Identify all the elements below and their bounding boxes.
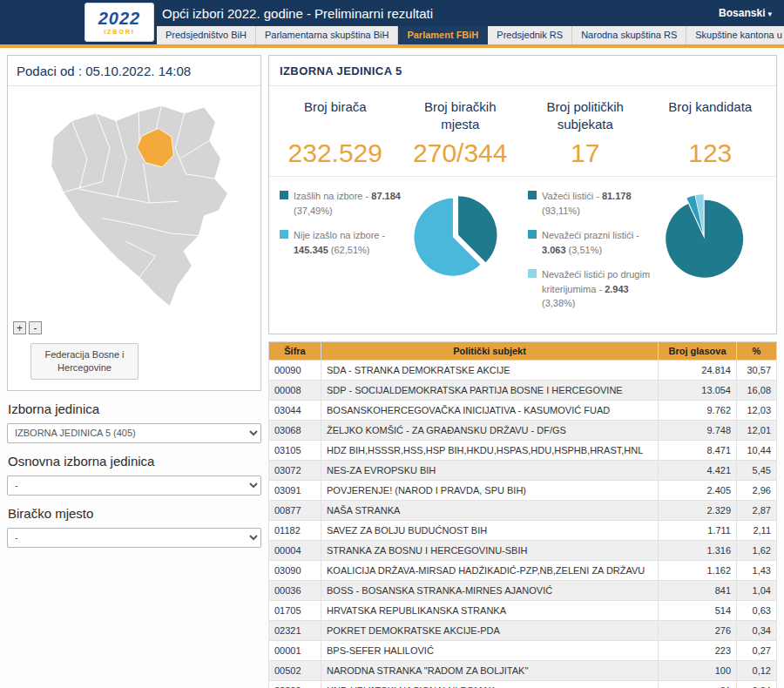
page-title: Opći izbori 2022. godine - Preliminarni …	[162, 6, 433, 21]
zoom-out-button[interactable]: -	[29, 321, 42, 334]
cell-votes: 4.421	[659, 460, 737, 480]
filter-label: Izborna jedinica	[8, 401, 261, 416]
table-row[interactable]: 00008SDP - SOCIJALDEMOKRATSKA PARTIJA BO…	[269, 380, 777, 400]
stat-label: Broj biračkih mjesta	[398, 98, 524, 138]
filter-label: Osnovna izborna jedinica	[8, 454, 261, 469]
results-table-body: 00090SDA - STRANKA DEMOKRATSKE AKCIJE24.…	[269, 360, 777, 688]
legend-pct: (37,49%)	[294, 206, 333, 216]
table-row[interactable]: 02802HNP-HRVATSKI NACIONALNI POMAK310,04	[269, 680, 777, 688]
logo-year: 2022	[98, 10, 141, 27]
cell-votes: 1.162	[659, 560, 737, 580]
filter-select-izborna-jedinica[interactable]: IZBORNA JEDINICA 5 (405)	[7, 423, 261, 443]
legend-label: Važeći listići -	[542, 191, 602, 201]
table-row[interactable]: 03090KOALICIJA DRŽAVA-MIRSAD HADŽIKADIĆ-…	[269, 560, 777, 580]
cell-subject: NARODNA STRANKA "RADOM ZA BOLJITAK"	[321, 660, 659, 680]
table-row[interactable]: 03044BOSANSKOHERCEGOVAČKA INICIJATIVA - …	[269, 400, 777, 420]
stat-label: Broj kandidata	[648, 98, 774, 138]
legend-marker	[528, 191, 537, 199]
cell-pct: 1,43	[737, 560, 777, 580]
tab-skup-tine-kantona-u-fbih[interactable]: Skupštine kantona u FBiH	[686, 26, 784, 44]
map-zoom-controls: + -	[8, 317, 260, 336]
cell-votes: 13.054	[659, 380, 737, 400]
cell-votes: 8.471	[659, 440, 737, 460]
table-row[interactable]: 01705HRVATSKA REPUBLIKANSKA STRANKA5140,…	[269, 600, 777, 620]
cell-subject: HNP-HRVATSKI NACIONALNI POMAK	[321, 680, 659, 688]
legend-marker	[280, 191, 288, 199]
results-table: ŠifraPolitički subjektBroj glasova% 0009…	[268, 341, 777, 688]
chevron-down-icon: ▾	[767, 10, 772, 18]
table-header-row: ŠifraPolitički subjektBroj glasova%	[269, 341, 777, 360]
cell-pct: 0,34	[737, 620, 777, 640]
table-row[interactable]: 02321POKRET DEMOKRATSKE AKCIJE-PDA2760,3…	[269, 620, 777, 640]
stat-label-text: Broj biračkih mjesta	[409, 98, 511, 138]
cell-votes: 31	[659, 680, 737, 688]
zoom-in-button[interactable]: +	[13, 321, 26, 334]
table-row[interactable]: 00001BPS-SEFER HALILOVIĆ2230,27	[269, 640, 777, 660]
table-row[interactable]: 03105HDZ BIH,HSSSR,HSS,HSP BIH,HKDU,HSPA…	[269, 440, 777, 460]
cell-pct: 10,44	[737, 440, 777, 460]
table-row[interactable]: 03068ŽELJKO KOMŠIĆ - ZA GRAĐANSKU DRŽAVU…	[269, 420, 777, 440]
cell-pct: 2,96	[737, 480, 777, 500]
stat-cell: Broj biračkih mjesta270/344	[398, 98, 524, 167]
legend-pct: (3,51%)	[566, 245, 603, 255]
legend-pct: (93,11%)	[542, 206, 580, 216]
table-row[interactable]: 01182SAVEZ ZA BOLJU BUDUĆNOST BIH1.7112,…	[269, 520, 777, 540]
legend-marker	[528, 269, 537, 278]
tab-narodna-skup-tina-rs[interactable]: Narodna skupština RS	[572, 26, 686, 44]
cell-subject: POVJERENJE! (NAROD I PRAVDA, SPU BIH)	[321, 480, 659, 500]
sidebar: Podaci od : 05.10.2022. 14:08	[7, 55, 261, 548]
table-row[interactable]: 00004STRANKA ZA BOSNU I HERCEGOVINU-SBIH…	[269, 540, 777, 560]
stat-value: 123	[648, 138, 774, 167]
tab-parlamentarna-skup-tina-bih[interactable]: Parlamentarna skupština BiH	[256, 26, 398, 44]
cell-pct: 1,62	[737, 540, 777, 560]
table-row[interactable]: 00502NARODNA STRANKA "RADOM ZA BOLJITAK"…	[269, 660, 777, 680]
app-header: 2022 IZBORI Opći izbori 2022. godine - P…	[0, 0, 784, 48]
stat-label: Broj političkih subjekata	[523, 98, 648, 138]
table-row[interactable]: 00877NAŠA STRANKA2.3292,87	[269, 500, 777, 520]
cell-subject: SDA - STRANKA DEMOKRATSKE AKCIJE	[321, 360, 659, 380]
tab-predsjednik-rs[interactable]: Predsjednik RS	[488, 26, 572, 44]
cell-code: 03072	[269, 460, 321, 480]
legend-marker	[280, 230, 288, 239]
stat-cell: Broj političkih subjekata17	[523, 98, 648, 167]
cell-pct: 0,12	[737, 660, 777, 680]
cell-subject: NAŠA STRANKA	[321, 500, 659, 520]
nav-tabs: Predsjedništvo BiHParlamentarna skupštin…	[157, 26, 784, 44]
cell-subject: ŽELJKO KOMŠIĆ - ZA GRAĐANSKU DRŽAVU - DF…	[321, 420, 659, 440]
map-panel: Podaci od : 05.10.2022. 14:08	[7, 55, 261, 391]
stat-value: 232.529	[273, 138, 398, 167]
filter-select-bira-ko-mjesto[interactable]: -	[7, 528, 261, 548]
cell-votes: 1.316	[659, 540, 737, 560]
language-selector[interactable]: Bosanski▾	[719, 7, 784, 19]
cell-subject: BPS-SEFER HALILOVIĆ	[321, 640, 659, 660]
stats-row: Broj birača232.529Broj biračkih mjesta27…	[269, 86, 776, 176]
map[interactable]	[8, 86, 260, 317]
table-row[interactable]: 03091POVJERENJE! (NAROD I PRAVDA, SPU BI…	[269, 480, 777, 500]
cell-pct: 12,01	[737, 420, 777, 440]
turnout-pie	[410, 191, 501, 281]
cell-code: 03105	[269, 440, 321, 460]
entity-button[interactable]: Federacija Bosne i Hercegovine	[30, 343, 139, 380]
filter-label: Biračko mjesto	[8, 506, 261, 521]
cell-pct: 0,63	[737, 600, 777, 620]
tab-parlament-fbih[interactable]: Parlament FBiH	[398, 26, 488, 44]
content: Podaci od : 05.10.2022. 14:08	[0, 48, 784, 688]
cell-votes: 2.329	[659, 500, 737, 520]
table-row[interactable]: 00036BOSS - BOSANSKA STRANKA-MIRNES AJAN…	[269, 580, 777, 600]
logo: 2022 IZBORI	[84, 3, 154, 42]
turnout-chart: Izašlih na izbore - 87.184 (37,49%)Nije …	[274, 187, 523, 321]
language-label: Bosanski	[719, 7, 765, 19]
filter-select-osnovna-izborna-jedinica[interactable]: -	[7, 476, 261, 496]
bih-map[interactable]	[11, 89, 257, 317]
table-row[interactable]: 00090SDA - STRANKA DEMOKRATSKE AKCIJE24.…	[269, 360, 777, 380]
cell-votes: 9.762	[659, 400, 737, 420]
stat-value: 270/344	[398, 138, 524, 167]
cell-code: 03068	[269, 420, 321, 440]
table-row[interactable]: 03072NES-ZA EVROPSKU BIH4.4215,45	[269, 460, 777, 480]
tab-predsjedni-tvo-bih[interactable]: Predsjedništvo BiH	[157, 26, 256, 44]
legend-label: Nije izašlo na izbore -	[294, 230, 385, 240]
column-header-politi-ki-subjekt: Politički subjekt	[321, 341, 659, 360]
legend-value: 87.184	[371, 191, 401, 201]
cell-pct: 12,03	[737, 400, 777, 420]
cell-code: 03090	[269, 560, 321, 580]
